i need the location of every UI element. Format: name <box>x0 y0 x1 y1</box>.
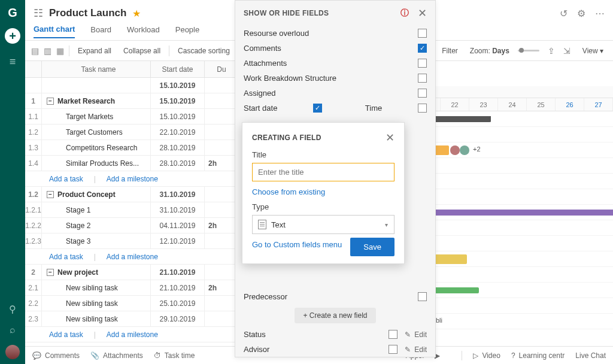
add-task-link[interactable]: Add a task <box>49 175 83 183</box>
collapse-all-button[interactable]: Collapse all <box>120 45 164 57</box>
footer-comments[interactable]: 💬Comments <box>32 351 80 360</box>
close-icon[interactable]: ✕ <box>386 131 394 144</box>
checkbox[interactable] <box>418 74 427 83</box>
field-label: Assigned <box>244 89 275 98</box>
table-row[interactable]: 2.3New sibling task29.10.2019 <box>25 311 239 327</box>
expand-all-button[interactable]: Expand all <box>74 45 115 57</box>
cascade-sorting-button[interactable]: Cascade sorting <box>174 45 233 57</box>
footer-livechat[interactable]: Live Chat <box>575 351 606 360</box>
help-icon: ? <box>511 351 515 360</box>
tab-gantt[interactable]: Gantt chart <box>34 25 75 38</box>
col-taskname: Task name <box>47 65 150 74</box>
field-title-input[interactable] <box>252 163 394 181</box>
table-row[interactable]: 1.2.2Stage 204.11.20192h <box>25 218 239 233</box>
attachment-icon: 📎 <box>90 351 99 360</box>
checkbox[interactable] <box>418 104 427 113</box>
table-row[interactable]: 1.2 −Product Concept 31.10.2019 <box>25 187 239 202</box>
collapse-icon[interactable]: − <box>47 98 54 105</box>
save-button[interactable]: Save <box>350 238 394 256</box>
field-label: Advisor <box>244 345 269 354</box>
search-icon[interactable]: ⌕ <box>10 324 16 335</box>
day-cell[interactable]: 27 <box>584 98 613 111</box>
menu-icon[interactable]: ≡ <box>10 56 16 68</box>
play-icon: ▷ <box>473 351 478 360</box>
panel-title: SHOW OR HIDE FIELDS <box>244 9 329 17</box>
day-cell[interactable]: 25 <box>527 98 556 111</box>
table-row[interactable]: 2.1New sibling task21.10.20192h <box>25 280 239 296</box>
user-avatar[interactable] <box>5 345 20 359</box>
checkbox[interactable] <box>418 89 427 98</box>
field-label: Comments <box>244 44 281 53</box>
project-title: Product Launch <box>49 7 126 19</box>
create-button[interactable]: + <box>5 28 20 44</box>
close-icon[interactable]: ✕ <box>418 7 427 20</box>
day-cell[interactable]: 24 <box>498 98 527 111</box>
tab-workload[interactable]: Workload <box>127 25 160 38</box>
table-row[interactable]: 2 −New project 21.10.2019 <box>25 265 239 280</box>
more-icon[interactable]: ⋯ <box>595 8 605 19</box>
edit-field-link[interactable]: ✎Edit <box>405 330 427 339</box>
footer-learning[interactable]: ?Learning centr <box>511 351 565 360</box>
tool-option2-icon[interactable]: ▥ <box>44 46 51 56</box>
collapse-icon[interactable]: − <box>47 191 54 198</box>
footer-tasktime[interactable]: ⏱Task time <box>154 351 195 360</box>
day-cell[interactable]: 23 <box>469 98 498 111</box>
checkbox[interactable] <box>418 292 427 301</box>
custom-fields-link[interactable]: Go to Custom fields menu <box>252 240 342 249</box>
footer-video[interactable]: ▷Video <box>473 351 500 360</box>
day-cell[interactable]: 26 <box>556 98 584 111</box>
table-row[interactable]: 1.2Target Customers22.10.2019 <box>25 125 239 140</box>
export-icon[interactable]: ⇪ <box>548 46 555 56</box>
table-row[interactable]: 1.3Competitors Research28.10.2019 <box>25 140 239 156</box>
notification-icon[interactable]: ⚲ <box>9 304 16 315</box>
filter-button[interactable]: Filter <box>438 45 462 57</box>
zoom-label: Zoom: Days <box>470 47 509 55</box>
type-select[interactable]: Text <box>252 215 394 234</box>
table-row[interactable]: 1.1Target Markets15.10.2019 <box>25 109 239 125</box>
checkbox[interactable] <box>418 29 427 38</box>
tab-people[interactable]: People <box>175 25 199 38</box>
checkbox[interactable] <box>389 330 397 339</box>
field-label: Start date <box>244 104 277 113</box>
tool-option3-icon[interactable]: ▦ <box>56 46 64 56</box>
checkbox[interactable]: ✓ <box>313 104 322 113</box>
edit-field-link[interactable]: ✎Edit <box>405 345 427 354</box>
checkbox[interactable] <box>418 59 427 68</box>
pencil-icon: ✎ <box>405 345 411 354</box>
day-cell[interactable]: 22 <box>441 98 469 111</box>
help-icon[interactable]: ⓘ <box>400 8 409 19</box>
view-button[interactable]: View ▾ <box>579 45 607 57</box>
field-label: Resourse overloud <box>244 29 309 38</box>
import-icon[interactable]: ⇲ <box>563 46 570 56</box>
add-task-link[interactable]: Add a task <box>49 253 83 261</box>
tool-option1-icon[interactable]: ▤ <box>31 46 39 56</box>
add-milestone-link[interactable]: Add a milestone <box>107 253 158 261</box>
history-icon[interactable]: ↺ <box>560 8 568 19</box>
add-task-link[interactable]: Add a task <box>49 330 83 339</box>
assignee-avatar <box>460 145 469 155</box>
choose-existing-link[interactable]: Choose from existing <box>252 187 325 196</box>
clock-icon: ⏱ <box>154 351 161 360</box>
tab-board[interactable]: Board <box>90 25 111 38</box>
footer-attachments[interactable]: 📎Attachments <box>90 351 143 360</box>
create-new-field-button[interactable]: + Create a new field <box>295 308 375 323</box>
add-milestone-link[interactable]: Add a milestone <box>107 175 158 183</box>
project-start: 15.10.2019 <box>151 78 205 93</box>
table-row[interactable]: 1.2.3Stage 312.10.2019 <box>25 233 239 249</box>
settings-icon[interactable]: ⚙ <box>577 8 585 19</box>
field-label: Time <box>365 104 382 113</box>
table-row[interactable]: 2.2New sibling task25.10.2019 <box>25 296 239 311</box>
favorite-star-icon[interactable]: ★ <box>132 8 141 19</box>
checkbox[interactable] <box>389 345 397 354</box>
table-row[interactable]: 1 −Market Research 15.10.2019 <box>25 93 239 109</box>
assignee-avatar <box>450 145 460 155</box>
zoom-slider[interactable] <box>518 50 539 51</box>
checkbox[interactable]: ✓ <box>418 44 427 53</box>
table-row[interactable]: 1.2.1Stage 131.10.2019 <box>25 202 239 218</box>
gantt-icon: ☷ <box>34 7 43 20</box>
table-row[interactable]: 1.4Similar Products Res...28.10.20192h <box>25 156 239 171</box>
col-startdate: Start date <box>151 61 205 77</box>
left-rail: G + ≡ ⚲ ⌕ <box>0 0 25 364</box>
collapse-icon[interactable]: − <box>47 269 54 276</box>
add-milestone-link[interactable]: Add a milestone <box>107 330 158 339</box>
